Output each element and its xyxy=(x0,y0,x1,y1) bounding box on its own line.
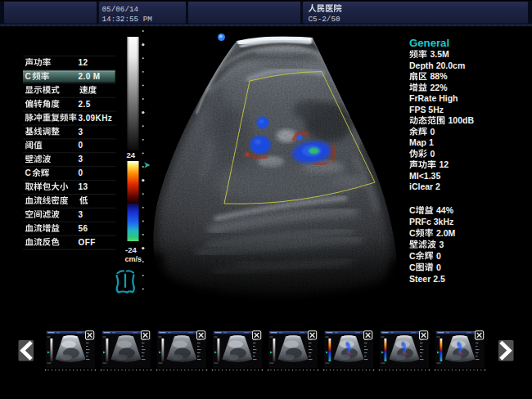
svg-text:C5-2/50: C5-2/50 xyxy=(309,15,340,24)
svg-text:Depth 20.0cm: Depth 20.0cm xyxy=(409,61,465,70)
svg-text:C: C xyxy=(409,251,416,261)
svg-text:05/06/14: 05/06/14 xyxy=(102,5,139,14)
svg-text:C: C xyxy=(409,228,416,238)
svg-text:3: 3 xyxy=(79,155,83,164)
svg-text:C: C xyxy=(409,205,416,215)
svg-text:0: 0 xyxy=(431,149,435,159)
svg-text:iClear 2: iClear 2 xyxy=(409,182,440,191)
svg-text:3.09KHz: 3.09KHz xyxy=(79,114,113,123)
svg-text:2.0M: 2.0M xyxy=(436,228,456,238)
svg-text:FPS 5Hz: FPS 5Hz xyxy=(409,105,444,114)
svg-text:3: 3 xyxy=(440,240,444,249)
svg-text:0: 0 xyxy=(431,127,435,137)
svg-text:12: 12 xyxy=(440,159,449,169)
svg-text:0: 0 xyxy=(79,168,83,177)
svg-text:cm/s: cm/s xyxy=(125,255,142,263)
svg-text:Map 1: Map 1 xyxy=(409,137,434,147)
svg-text:-24: -24 xyxy=(125,245,137,254)
svg-text:100dB: 100dB xyxy=(449,115,475,125)
svg-text:General: General xyxy=(409,37,449,49)
svg-text:44%: 44% xyxy=(436,205,454,215)
svg-text:3: 3 xyxy=(79,210,83,219)
svg-text:PRFc 3kHz: PRFc 3kHz xyxy=(409,217,453,226)
svg-text:3.5M: 3.5M xyxy=(431,49,450,59)
svg-text:C: C xyxy=(25,168,31,177)
svg-text:0: 0 xyxy=(436,251,441,261)
svg-text:3: 3 xyxy=(79,128,83,137)
svg-text:0: 0 xyxy=(436,262,441,272)
svg-text:24: 24 xyxy=(127,150,136,159)
svg-text:56: 56 xyxy=(79,224,88,233)
svg-text:Steer 2.5: Steer 2.5 xyxy=(409,274,445,284)
svg-text:OFF: OFF xyxy=(79,238,96,247)
svg-text:22%: 22% xyxy=(431,83,449,92)
svg-text:2.5: 2.5 xyxy=(79,100,91,109)
svg-text:88%: 88% xyxy=(431,71,449,81)
svg-text:FrRate High: FrRate High xyxy=(409,93,458,103)
svg-text:12: 12 xyxy=(79,58,88,67)
svg-text:2.0 M: 2.0 M xyxy=(79,72,101,81)
svg-text:14:32:55 PM: 14:32:55 PM xyxy=(102,15,152,24)
svg-text:MI<1.35: MI<1.35 xyxy=(409,171,440,181)
svg-text:0: 0 xyxy=(79,141,83,150)
svg-text:C: C xyxy=(25,72,31,81)
svg-text:13: 13 xyxy=(79,182,88,191)
svg-text:C: C xyxy=(409,262,416,272)
